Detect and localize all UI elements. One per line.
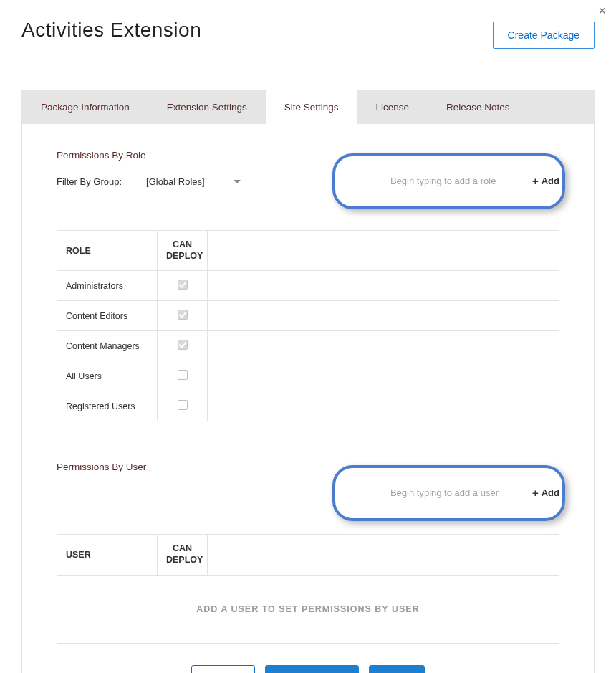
- permissions-by-role-section: Permissions By Role Filter By Group: [Gl…: [57, 150, 559, 421]
- section-title-roles: Permissions By Role: [57, 150, 559, 161]
- users-table: USER CANDEPLOY ADD A USER TO SET PERMISS…: [57, 534, 559, 643]
- role-filter-row: Filter By Group: [Global Roles] + Add: [57, 171, 559, 211]
- checkbox: [178, 280, 188, 290]
- col-header-user: USER: [57, 535, 158, 575]
- col-header-can-deploy: CANDEPLOY: [158, 231, 208, 271]
- role-cell: All Users: [57, 361, 158, 391]
- table-row: Content Editors: [57, 301, 559, 331]
- chevron-down-icon: [234, 180, 241, 183]
- save-button[interactable]: Save: [369, 665, 425, 674]
- add-role-input[interactable]: [389, 175, 511, 187]
- user-filter-row: + Add: [57, 482, 559, 515]
- roles-table: ROLE CANDEPLOY Administrators Conte: [57, 230, 559, 421]
- table-row: Administrators: [57, 271, 559, 301]
- section-title-users: Permissions By User: [57, 462, 559, 472]
- plus-icon: +: [532, 176, 539, 186]
- col-header-blank: [208, 231, 559, 271]
- tab-license[interactable]: License: [357, 90, 428, 124]
- role-cell: Content Managers: [57, 331, 158, 361]
- divider: [0, 75, 616, 75]
- create-package-button[interactable]: Create Package: [493, 22, 595, 49]
- tab-release-notes[interactable]: Release Notes: [428, 90, 529, 124]
- input-left-border: [367, 172, 367, 189]
- col-header-blank: [208, 535, 559, 575]
- save-close-button[interactable]: Save & Close: [265, 665, 359, 674]
- role-cell: Content Editors: [57, 301, 158, 331]
- tab-site-settings[interactable]: Site Settings: [266, 90, 357, 124]
- col-header-can-deploy: CANDEPLOY: [158, 535, 208, 575]
- add-role-label: Add: [542, 176, 559, 186]
- close-icon[interactable]: ×: [598, 4, 606, 17]
- filter-by-group-label: Filter By Group:: [57, 176, 122, 187]
- checkbox[interactable]: [178, 400, 188, 410]
- input-left-border: [367, 484, 367, 501]
- tabs: Package Information Extension Settings S…: [22, 90, 594, 124]
- checkbox: [178, 310, 188, 320]
- role-cell: Administrators: [57, 271, 158, 301]
- footer-buttons: Cancel Save & Close Save: [57, 665, 559, 674]
- add-user-button[interactable]: + Add: [532, 487, 559, 498]
- add-user-label: Add: [542, 487, 559, 498]
- role-cell: Registered Users: [57, 391, 158, 421]
- permissions-by-user-section: Permissions By User + Add USER: [57, 462, 559, 643]
- tab-package-information[interactable]: Package Information: [22, 90, 148, 124]
- users-empty-message: ADD A USER TO SET PERMISSIONS BY USER: [57, 575, 559, 643]
- vertical-separator: [251, 171, 251, 192]
- col-header-role: ROLE: [57, 231, 158, 271]
- plus-icon: +: [532, 487, 539, 498]
- settings-panel: Package Information Extension Settings S…: [21, 90, 595, 673]
- add-user-control: + Add: [367, 484, 559, 501]
- table-row: All Users: [57, 361, 559, 391]
- add-role-button[interactable]: + Add: [532, 176, 559, 186]
- group-dropdown-value: [Global Roles]: [146, 176, 205, 187]
- tab-extension-settings[interactable]: Extension Settings: [148, 90, 266, 124]
- group-dropdown[interactable]: [Global Roles]: [146, 176, 241, 187]
- add-user-input[interactable]: [389, 487, 511, 499]
- table-row: Registered Users: [57, 391, 559, 421]
- checkbox: [178, 340, 188, 350]
- checkbox[interactable]: [178, 370, 188, 380]
- cancel-button[interactable]: Cancel: [191, 665, 256, 674]
- table-row: Content Managers: [57, 331, 559, 361]
- add-role-control: + Add: [367, 172, 559, 189]
